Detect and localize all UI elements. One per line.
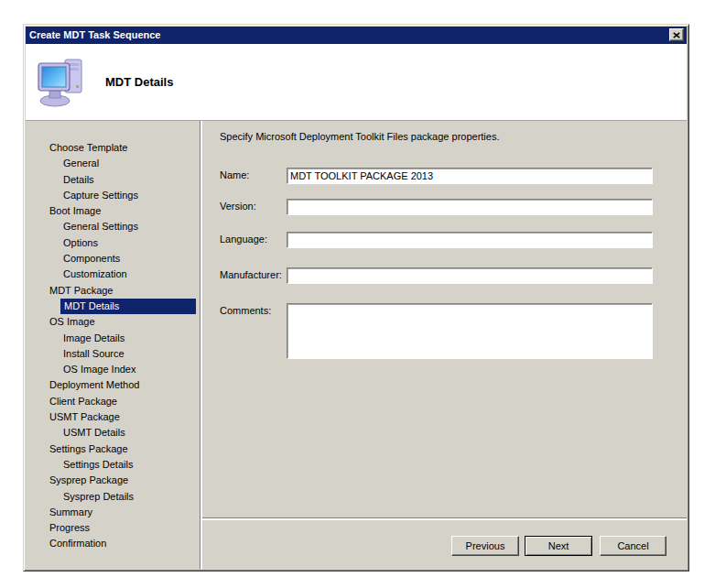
sidebar-item-os-image[interactable]: OS Image — [26, 314, 200, 330]
sidebar-item-choose-template[interactable]: Choose Template — [26, 140, 200, 156]
titlebar[interactable]: Create MDT Task Sequence — [26, 27, 687, 44]
close-icon — [673, 32, 680, 38]
language-input[interactable] — [287, 232, 653, 248]
close-button[interactable] — [669, 28, 684, 41]
sidebar-item-confirmation[interactable]: Confirmation — [26, 536, 200, 551]
sidebar-item-boot-image[interactable]: Boot Image — [26, 203, 200, 219]
sidebar-item-mdt-details[interactable]: MDT Details — [60, 299, 196, 314]
sidebar-item-sysprep-package[interactable]: Sysprep Package — [26, 473, 200, 488]
sidebar-item-os-image-index[interactable]: OS Image Index — [26, 362, 200, 377]
next-button[interactable]: Next — [525, 536, 592, 556]
sidebar-item-deployment-method[interactable]: Deployment Method — [26, 377, 200, 393]
wizard-body: Choose Template General Details Capture … — [26, 121, 687, 569]
sidebar-item-general[interactable]: General — [26, 156, 200, 171]
sidebar-item-customization[interactable]: Customization — [26, 267, 200, 282]
manufacturer-input[interactable] — [287, 267, 653, 284]
create-mdt-task-sequence-dialog: Create MDT Task Sequence — [23, 24, 689, 572]
name-input[interactable] — [287, 168, 653, 184]
sidebar-item-settings-package[interactable]: Settings Package — [26, 441, 200, 457]
sidebar-item-image-details[interactable]: Image Details — [26, 331, 200, 346]
manufacturer-label: Manufacturer: — [220, 269, 282, 280]
wizard-steps-sidebar: Choose Template General Details Capture … — [26, 121, 200, 569]
wizard-header: MDT Details — [26, 44, 687, 121]
mdt-details-panel: Specify Microsoft Deployment Toolkit Fil… — [202, 121, 687, 569]
name-label: Name: — [220, 169, 249, 180]
instruction-text: Specify Microsoft Deployment Toolkit Fil… — [220, 131, 500, 142]
sidebar-item-progress[interactable]: Progress — [26, 520, 200, 536]
page-title: MDT Details — [105, 75, 173, 89]
version-input[interactable] — [287, 199, 653, 215]
sidebar-item-options[interactable]: Options — [26, 235, 200, 251]
window-title: Create MDT Task Sequence — [29, 29, 160, 40]
language-label: Language: — [220, 234, 267, 245]
sidebar-item-components[interactable]: Components — [26, 251, 200, 267]
comments-label: Comments: — [220, 305, 271, 316]
comments-textarea[interactable] — [287, 303, 653, 359]
sidebar-item-mdt-package[interactable]: MDT Package — [26, 283, 200, 299]
sidebar-item-details[interactable]: Details — [26, 172, 200, 188]
version-label: Version: — [220, 201, 256, 212]
cancel-button[interactable]: Cancel — [600, 536, 666, 556]
sidebar-item-usmt-details[interactable]: USMT Details — [26, 425, 200, 441]
sidebar-item-summary[interactable]: Summary — [26, 505, 200, 520]
sidebar-item-general-settings[interactable]: General Settings — [26, 219, 200, 234]
sidebar-item-settings-details[interactable]: Settings Details — [26, 457, 200, 473]
computer-icon — [38, 58, 89, 107]
sidebar-item-capture-settings[interactable]: Capture Settings — [26, 188, 200, 203]
sidebar-item-install-source[interactable]: Install Source — [26, 346, 200, 362]
sidebar-item-usmt-package[interactable]: USMT Package — [26, 409, 200, 425]
sidebar-item-sysprep-details[interactable]: Sysprep Details — [26, 489, 200, 505]
footer-divider — [202, 517, 687, 520]
sidebar-item-client-package[interactable]: Client Package — [26, 394, 200, 409]
previous-button[interactable]: Previous — [451, 536, 519, 556]
